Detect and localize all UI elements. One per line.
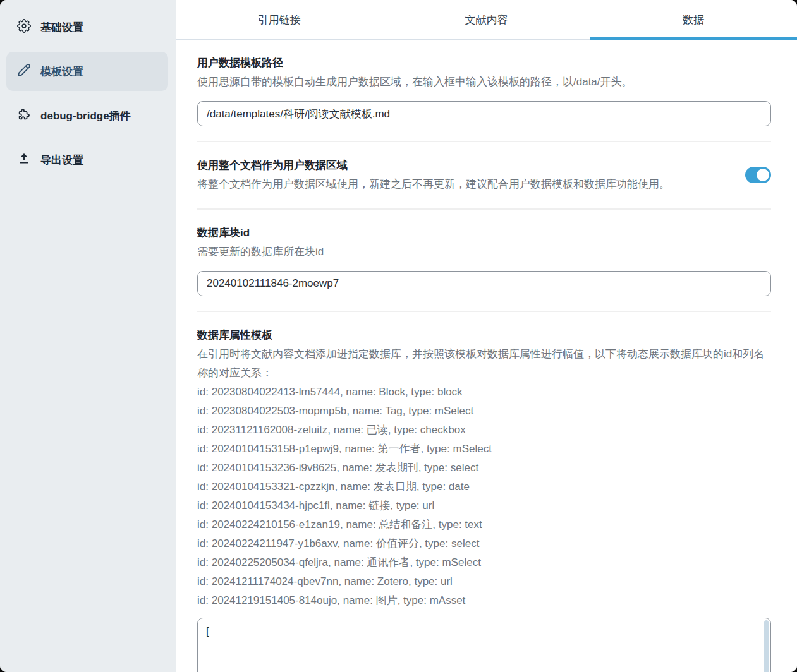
upload-icon (17, 152, 31, 169)
setting-title: 数据库属性模板 (197, 326, 771, 345)
setting-description: 需要更新的数据库所在块id (197, 243, 771, 261)
attribute-template-editor-wrap: [ (197, 618, 771, 672)
mapping-line: id: 20241219151405-814oujo, name: 图片, ty… (197, 591, 771, 610)
sidebar-item-basic-settings[interactable]: 基础设置 (6, 8, 168, 47)
tab-label: 数据 (683, 13, 704, 27)
setting-title: 用户数据模板路径 (197, 54, 771, 73)
setting-description: 将整个文档作为用户数据区域使用，新建之后不再更新，建议配合用户数据模板和数据库功… (197, 175, 729, 194)
sidebar-item-template-settings[interactable]: 模板设置 (6, 52, 168, 91)
mapping-line: id: 20240104153321-cpzzkjn, name: 发表日期, … (197, 477, 771, 496)
column-mapping-list: id: 20230804022413-lm57444, name: Block,… (197, 383, 771, 610)
mapping-line: id: 20240225205034-qfeljra, name: 通讯作者, … (197, 553, 771, 572)
mapping-line: id: 20240104153236-i9v8625, name: 发表期刊, … (197, 459, 771, 477)
tab-literature-content[interactable]: 文献内容 (383, 0, 590, 39)
mapping-line: id: 20240224211947-y1b6axv, name: 价值评分, … (197, 534, 771, 553)
tab-citation-link[interactable]: 引用链接 (176, 0, 383, 39)
sidebar-item-debug-bridge[interactable]: debug-bridge插件 (6, 96, 168, 135)
section-whole-doc-as-user-data: 使用整个文档作为用户数据区域 将整个文档作为用户数据区域使用，新建之后不再更新，… (197, 142, 771, 210)
sidebar-item-label: 模板设置 (40, 64, 83, 79)
plugin-settings-window: 基础设置 模板设置 debug-bridge插件 (0, 0, 797, 672)
settings-sidebar: 基础设置 模板设置 debug-bridge插件 (0, 0, 176, 672)
setting-description: 使用思源自带的模板自动生成用户数据区域，在输入框中输入该模板的路径，以/data… (197, 73, 771, 92)
tab-label: 文献内容 (465, 13, 508, 27)
section-user-data-template-path: 用户数据模板路径 使用思源自带的模板自动生成用户数据区域，在输入框中输入该模板的… (197, 40, 771, 142)
mapping-line: id: 20241211174024-qbev7nn, name: Zotero… (197, 572, 771, 591)
whole-doc-toggle[interactable] (745, 167, 771, 183)
settings-content: 用户数据模板路径 使用思源自带的模板自动生成用户数据区域，在输入框中输入该模板的… (176, 40, 797, 672)
mapping-line: id: 20240104153434-hjpc1fl, name: 链接, ty… (197, 496, 771, 515)
setting-title: 数据库块id (197, 224, 771, 243)
mapping-line: id: 20240224210156-e1zan19, name: 总结和备注,… (197, 515, 771, 534)
section-database-block-id: 数据库块id 需要更新的数据库所在块id (197, 210, 771, 312)
mapping-line: id: 20240104153158-p1epwj9, name: 第一作者, … (197, 440, 771, 459)
setting-title: 使用整个文档作为用户数据区域 (197, 156, 729, 175)
sidebar-item-label: debug-bridge插件 (40, 109, 131, 123)
tab-data[interactable]: 数据 (590, 0, 797, 39)
textarea-scrollbar[interactable] (764, 620, 769, 672)
mapping-line: id: 20230804022503-mopmp5b, name: Tag, t… (197, 402, 771, 421)
mapping-line: id: 20231121162008-zeluitz, name: 已读, ty… (197, 421, 771, 440)
pencil-icon (17, 63, 31, 80)
attribute-template-textarea[interactable]: [ (197, 618, 771, 672)
puzzle-icon (17, 107, 31, 124)
settings-tab-bar: 引用链接 文献内容 数据 (176, 0, 797, 40)
toggle-knob (757, 169, 769, 181)
sidebar-item-label: 导出设置 (40, 153, 83, 167)
template-path-input[interactable] (197, 101, 771, 126)
database-block-id-input[interactable] (197, 271, 771, 296)
setting-description: 在引用时将文献内容文档添加进指定数据库，并按照该模板对数据库属性进行幅值，以下将… (197, 345, 771, 383)
gear-icon (17, 19, 31, 36)
settings-main-panel: 引用链接 文献内容 数据 用户数据模板路径 使用思源自带的模板自动生成用户数据区… (176, 0, 797, 672)
mapping-line: id: 20230804022413-lm57444, name: Block,… (197, 383, 771, 402)
sidebar-item-export-settings[interactable]: 导出设置 (6, 140, 168, 179)
section-database-attribute-template: 数据库属性模板 在引用时将文献内容文档添加进指定数据库，并按照该模板对数据库属性… (197, 312, 771, 672)
tab-label: 引用链接 (258, 13, 301, 27)
sidebar-item-label: 基础设置 (40, 20, 83, 35)
